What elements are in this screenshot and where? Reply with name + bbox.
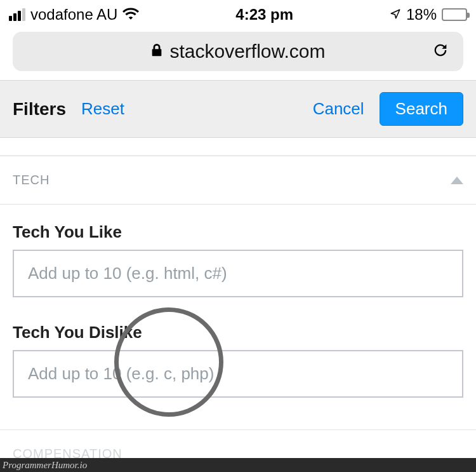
tech-dislike-label: Tech You Dislike xyxy=(13,323,463,342)
tech-like-label: Tech You Like xyxy=(13,222,463,242)
wifi-icon xyxy=(122,6,139,24)
tech-dislike-input[interactable] xyxy=(13,350,463,398)
tech-form: Tech You Like Tech You Dislike xyxy=(0,205,476,429)
browser-chrome: stackoverflow.com xyxy=(0,28,476,80)
tech-dislike-field: Tech You Dislike xyxy=(13,323,463,398)
carrier-label: vodafone AU xyxy=(30,6,117,24)
filters-title: Filters xyxy=(13,99,66,119)
chevron-up-icon xyxy=(451,177,463,184)
address-bar[interactable]: stackoverflow.com xyxy=(13,32,463,71)
watermark-text: ProgrammerHumor.io xyxy=(3,460,87,471)
battery-percent: 18% xyxy=(406,6,437,24)
battery-icon xyxy=(442,8,467,21)
location-icon xyxy=(390,6,401,24)
url-text: stackoverflow.com xyxy=(169,41,325,62)
watermark-bar: ProgrammerHumor.io xyxy=(0,458,476,472)
spacer xyxy=(0,138,476,156)
section-header-tech[interactable]: TECH xyxy=(0,156,476,205)
reset-link[interactable]: Reset xyxy=(81,99,124,119)
status-bar: vodafone AU 4:23 pm 18% xyxy=(0,0,476,28)
section-title: TECH xyxy=(13,173,50,187)
tech-like-input[interactable] xyxy=(13,250,463,297)
tech-like-field: Tech You Like xyxy=(13,222,463,297)
search-button[interactable]: Search xyxy=(380,92,463,126)
lock-icon xyxy=(150,43,163,60)
clock-time: 4:23 pm xyxy=(235,6,293,24)
reload-icon[interactable] xyxy=(432,41,449,62)
signal-strength-icon xyxy=(9,8,25,21)
status-right: 18% xyxy=(390,6,467,24)
section-header-compensation[interactable]: COMPENSATION xyxy=(0,429,476,461)
cancel-link[interactable]: Cancel xyxy=(313,99,364,119)
status-left: vodafone AU xyxy=(9,6,139,24)
filters-header: Filters Reset Cancel Search xyxy=(0,80,476,138)
